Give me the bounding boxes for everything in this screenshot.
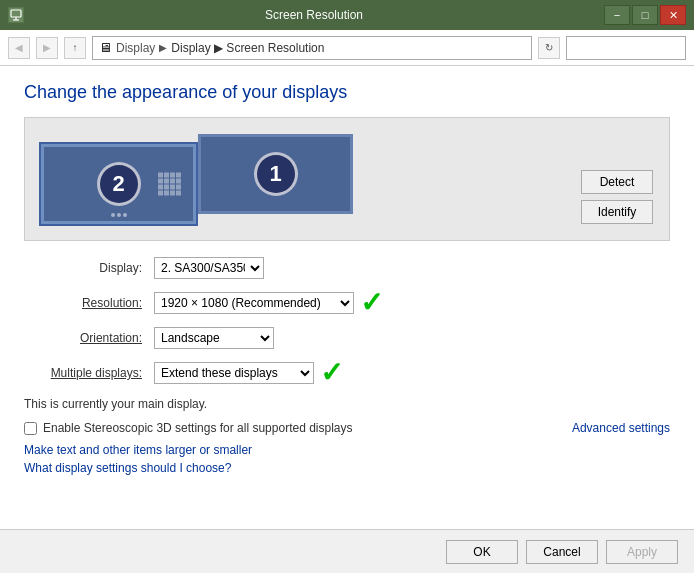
main-display-text: This is currently your main display.	[24, 397, 670, 411]
monitor-2-grid	[158, 173, 181, 196]
title-bar: Screen Resolution − □ ✕	[0, 0, 694, 30]
display-settings-link[interactable]: What display settings should I choose?	[24, 461, 670, 475]
display-select[interactable]: 2. SA300/SA350	[154, 257, 264, 279]
orientation-select[interactable]: Landscape Portrait Landscape (flipped) P…	[154, 327, 274, 349]
display-preview-inner: 2 1	[41, 134, 565, 224]
search-input[interactable]	[566, 36, 686, 60]
settings-form: Display: 2. SA300/SA350 Resolution: 1920…	[24, 257, 670, 387]
maximize-button[interactable]: □	[632, 5, 658, 25]
cancel-button[interactable]: Cancel	[526, 540, 598, 564]
minimize-button[interactable]: −	[604, 5, 630, 25]
app-icon	[8, 7, 24, 23]
resolution-checkmark: ✓	[360, 289, 383, 317]
monitor-2[interactable]: 2	[41, 144, 196, 224]
stereoscopic-checkbox[interactable]	[24, 422, 37, 435]
preview-buttons: Detect Identify	[565, 170, 653, 224]
monitor-1-circle: 1	[254, 152, 298, 196]
main-content: Change the appearance of your displays 2	[0, 66, 694, 573]
back-button[interactable]: ◀	[8, 37, 30, 59]
stereoscopic-row: Enable Stereoscopic 3D settings for all …	[24, 421, 670, 435]
monitor-2-dots	[111, 213, 127, 217]
text-size-link[interactable]: Make text and other items larger or smal…	[24, 443, 670, 457]
multiple-displays-row: Multiple displays: Extend these displays…	[24, 359, 670, 387]
forward-button[interactable]: ▶	[36, 37, 58, 59]
detect-button[interactable]: Detect	[581, 170, 653, 194]
multiple-checkmark: ✓	[320, 359, 343, 387]
ok-button[interactable]: OK	[446, 540, 518, 564]
multiple-select[interactable]: Extend these displays Duplicate these di…	[154, 362, 314, 384]
page-heading: Change the appearance of your displays	[24, 82, 670, 103]
svg-rect-0	[11, 10, 21, 17]
refresh-button[interactable]: ↻	[538, 37, 560, 59]
orientation-label: Orientation:	[24, 331, 154, 345]
up-button[interactable]: ↑	[64, 37, 86, 59]
address-path: Display ▶ Screen Resolution	[171, 41, 324, 55]
resolution-row: Resolution: 1920 × 1080 (Recommended) ✓	[24, 289, 670, 317]
address-monitor-icon: 🖥	[99, 40, 112, 55]
monitor-2-circle: 2	[97, 162, 141, 206]
monitor-1[interactable]: 1	[198, 134, 353, 214]
bottom-bar: OK Cancel Apply	[0, 529, 694, 573]
orientation-row: Orientation: Landscape Portrait Landscap…	[24, 327, 670, 349]
window-title: Screen Resolution	[24, 8, 604, 22]
address-bar: ◀ ▶ ↑ 🖥 Display ▶ Display ▶ Screen Resol…	[0, 30, 694, 66]
resolution-label: Resolution:	[24, 296, 154, 310]
display-label: Display:	[24, 261, 154, 275]
display-row: Display: 2. SA300/SA350	[24, 257, 670, 279]
display-preview-container: 2 1 Detect Identify	[24, 117, 670, 241]
identify-button[interactable]: Identify	[581, 200, 653, 224]
multiple-label: Multiple displays:	[24, 366, 154, 380]
close-button[interactable]: ✕	[660, 5, 686, 25]
advanced-settings-link[interactable]: Advanced settings	[572, 421, 670, 435]
stereoscopic-label: Enable Stereoscopic 3D settings for all …	[43, 421, 353, 435]
window-controls: − □ ✕	[604, 5, 686, 25]
resolution-select[interactable]: 1920 × 1080 (Recommended)	[154, 292, 354, 314]
apply-button[interactable]: Apply	[606, 540, 678, 564]
